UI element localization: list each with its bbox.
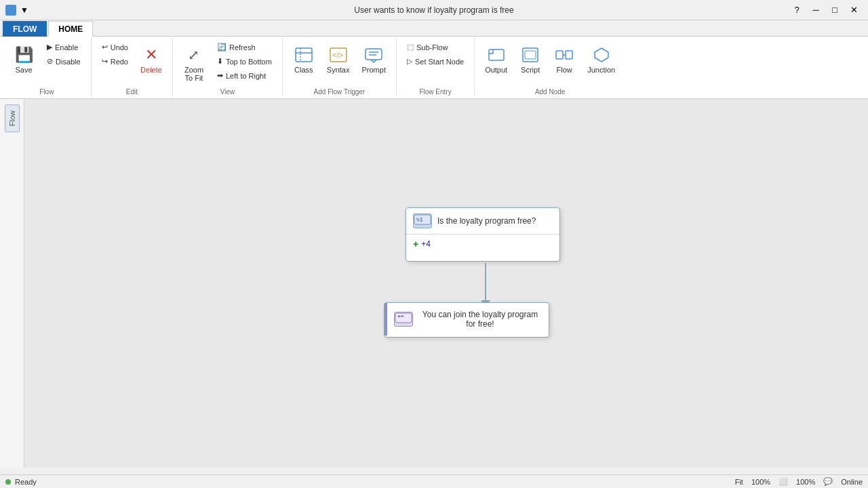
- disable-button[interactable]: ⊘ Disable: [42, 55, 85, 68]
- left-panel: Flow: [0, 99, 24, 468]
- prompt-icon: [363, 44, 384, 66]
- node-add-icon: +: [413, 239, 418, 249]
- restore-button[interactable]: □: [826, 3, 844, 17]
- minimize-button[interactable]: ─: [807, 3, 825, 17]
- undo-button[interactable]: ↩ Undo: [97, 41, 133, 54]
- left-to-right-button[interactable]: ➡ Left to Right: [212, 69, 277, 82]
- zoom1-label: 100%: [751, 478, 770, 486]
- redo-icon: ↪: [102, 57, 108, 66]
- save-button[interactable]: 💾 Save: [8, 41, 39, 77]
- quick-access-icon: ▼: [20, 5, 28, 15]
- top-to-bottom-button[interactable]: ⬇ Top to Bottom: [212, 55, 277, 68]
- output-icon: [486, 44, 507, 66]
- ribbon-group-add-node: Output Script Flow: [475, 38, 625, 97]
- prompt-button[interactable]: Prompt: [357, 41, 391, 77]
- flow-node-icon: [553, 44, 575, 66]
- edit-buttons: ↩ Undo ↪ Redo: [97, 41, 133, 68]
- ribbon-group-view: ⤢ Zoom To Fit 🔄 Refresh ⬇ Top to Bottom …: [173, 38, 283, 97]
- ribbon: FLOW HOME 💾 Save ▶ Enable ⊘ Disable: [0, 20, 868, 99]
- enable-button[interactable]: ▶ Enable: [42, 41, 85, 54]
- svg-rect-0: [296, 48, 312, 62]
- set-start-node-button[interactable]: ▷ Set Start Node: [402, 55, 469, 68]
- node-count: +4: [421, 239, 431, 249]
- help-button[interactable]: ?: [788, 3, 806, 17]
- ribbon-group-edit: ↩ Undo ↪ Redo ✕ Delete Edit: [92, 38, 173, 97]
- app-icon: [5, 5, 16, 16]
- sub-flow-icon: ⬚: [407, 43, 414, 52]
- add-flow-trigger-label: Add Flow Trigger: [314, 85, 366, 96]
- ribbon-group-flow: 💾 Save ▶ Enable ⊘ Disable Flow: [3, 38, 92, 97]
- svg-rect-10: [525, 51, 536, 59]
- status-right: Fit 100% ⬜ 100% 💬 Online: [735, 477, 863, 486]
- set-start-node-icon: ▷: [407, 57, 412, 66]
- redo-button[interactable]: ↪ Redo: [97, 55, 133, 68]
- zoom2-label: 100%: [796, 478, 815, 486]
- svg-text:</>: </>: [332, 51, 343, 59]
- flow-panel-item[interactable]: Flow: [5, 104, 20, 132]
- script-icon: [519, 44, 541, 66]
- answer-node-text: You can join the loyalty program for fre…: [418, 310, 542, 329]
- output-button[interactable]: Output: [480, 41, 512, 77]
- zoom-slider[interactable]: ⬜: [778, 477, 788, 486]
- ribbon-group-add-flow-trigger: Class </> Syntax Prompt Add Flow Trigger: [283, 38, 397, 97]
- add-node-content: Output Script Flow: [480, 41, 620, 85]
- flow-group-content: 💾 Save ▶ Enable ⊘ Disable: [8, 41, 85, 85]
- zoom-icon: ⤢: [183, 44, 205, 66]
- svg-text:%$: %$: [416, 217, 423, 223]
- flow-entry-content: ⬚ Sub-Flow ▷ Set Start Node: [402, 41, 469, 85]
- add-node-group-label: Add Node: [535, 85, 565, 96]
- syntax-button[interactable]: </> Syntax: [322, 41, 355, 77]
- main-area: Flow %$ Is the loyalty program free? + +…: [0, 99, 868, 468]
- answer-node[interactable]: ❝❞ You can join the loyalty program for …: [384, 302, 549, 338]
- refresh-button[interactable]: 🔄 Refresh: [212, 41, 277, 54]
- flow-arrow: [481, 263, 490, 307]
- question-node-text: Is the loyalty program free?: [437, 216, 536, 226]
- sub-flow-button[interactable]: ⬚ Sub-Flow: [402, 41, 469, 54]
- status-text: Ready: [15, 478, 37, 486]
- add-flow-trigger-content: Class </> Syntax Prompt: [288, 41, 391, 85]
- online-label: Online: [841, 478, 863, 486]
- enable-icon: ▶: [47, 43, 52, 52]
- view-group-label: View: [220, 85, 235, 96]
- status-left: Ready: [5, 478, 37, 486]
- status-dot: [5, 479, 11, 485]
- delete-button[interactable]: ✕ Delete: [136, 41, 167, 77]
- flow-node-button[interactable]: Flow: [549, 41, 580, 77]
- top-to-bottom-icon: ⬇: [217, 57, 223, 66]
- syntax-icon: </>: [328, 44, 349, 66]
- zoom-button[interactable]: ⤢ Zoom To Fit: [178, 41, 210, 85]
- arrow-line: [485, 263, 486, 300]
- quick-access: ▼: [20, 5, 28, 15]
- fit-label[interactable]: Fit: [735, 478, 743, 486]
- delete-icon: ✕: [140, 44, 162, 66]
- window-title: User wants to know if loyalty program is…: [354, 5, 513, 15]
- tab-flow[interactable]: FLOW: [3, 21, 47, 37]
- title-bar-left: ▼: [5, 5, 28, 16]
- ribbon-tabs: FLOW HOME: [0, 20, 868, 36]
- close-button[interactable]: ✕: [845, 3, 863, 17]
- svg-rect-11: [556, 51, 563, 59]
- chat-icon: 💬: [823, 477, 833, 486]
- disable-icon: ⊘: [47, 57, 53, 66]
- flow-toggles: ▶ Enable ⊘ Disable: [42, 41, 85, 68]
- save-icon: 💾: [13, 44, 35, 66]
- tab-home[interactable]: HOME: [48, 21, 93, 37]
- junction-button[interactable]: Junction: [583, 41, 620, 77]
- window-controls: ? ─ □ ✕: [788, 3, 863, 17]
- title-bar: ▼ User wants to know if loyalty program …: [0, 0, 868, 20]
- canvas[interactable]: %$ Is the loyalty program free? + +4 ❝❞ …: [24, 99, 868, 468]
- script-button[interactable]: Script: [515, 41, 546, 77]
- svg-marker-14: [595, 48, 608, 62]
- svg-text:❝❞: ❝❞: [397, 314, 404, 321]
- question-node-icon: %$: [413, 214, 432, 228]
- edit-group-content: ↩ Undo ↪ Redo ✕ Delete: [97, 41, 167, 85]
- svg-rect-12: [566, 51, 572, 59]
- status-bar: Ready Fit 100% ⬜ 100% 💬 Online: [0, 474, 868, 488]
- junction-icon: [591, 44, 612, 66]
- refresh-icon: 🔄: [217, 43, 226, 52]
- class-button[interactable]: Class: [288, 41, 319, 77]
- question-node[interactable]: %$ Is the loyalty program free? + +4: [406, 207, 560, 262]
- answer-node-icon: ❝❞: [394, 312, 413, 327]
- svg-rect-5: [366, 49, 382, 60]
- edit-group-label: Edit: [126, 85, 138, 96]
